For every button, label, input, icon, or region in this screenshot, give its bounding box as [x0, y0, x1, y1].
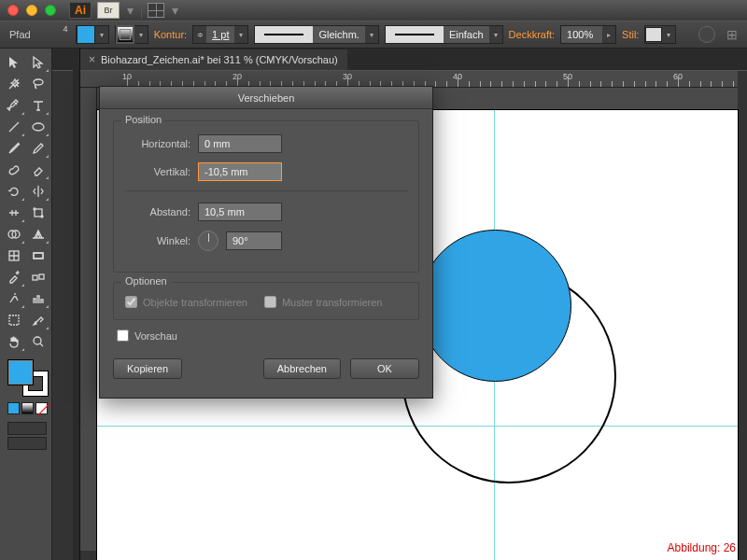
magic-wand-tool[interactable]	[2, 74, 25, 94]
separator	[141, 2, 142, 19]
selection-tool[interactable]	[2, 52, 25, 73]
figure-caption: Abbildung: 26	[668, 541, 736, 554]
artboard-tool[interactable]	[2, 310, 25, 330]
stroke-label: Kontur:	[154, 29, 187, 40]
blob-brush-tool[interactable]	[2, 160, 25, 180]
free-transform-tool[interactable]	[26, 203, 49, 223]
lasso-tool[interactable]	[26, 74, 49, 94]
draw-mode-button[interactable]	[7, 437, 47, 450]
ok-button[interactable]: OK	[350, 358, 419, 379]
shape-builder-tool[interactable]	[2, 224, 25, 245]
cancel-button[interactable]: Abbrechen	[263, 358, 341, 379]
mesh-tool[interactable]	[2, 245, 25, 266]
vertical-input[interactable]	[198, 162, 282, 181]
gradient-tool[interactable]	[26, 245, 49, 266]
reflect-tool[interactable]	[26, 181, 49, 202]
fill-swatch[interactable]	[7, 359, 34, 385]
screen-mode-button[interactable]	[7, 422, 47, 435]
width-tool[interactable]	[2, 203, 25, 223]
bridge-dropdown-icon[interactable]: ▾	[125, 3, 135, 18]
control-bar: Pfad ▾ ▾ Kontur: ≑1 pt▾ Gleichm.▾ Einfac…	[0, 21, 747, 49]
bridge-button[interactable]: Br	[97, 2, 120, 19]
ellipse-tool[interactable]	[26, 117, 49, 137]
svg-rect-8	[34, 253, 43, 259]
tools-panel	[0, 49, 52, 560]
app-icon-ai: Ai	[69, 2, 92, 19]
hand-tool[interactable]	[2, 331, 25, 352]
position-fieldset: Position Horizontal: Vertikal: Abstand: …	[113, 120, 419, 273]
svg-point-4	[41, 216, 43, 217]
circle-fill-shape[interactable]	[419, 230, 571, 382]
eyedropper-tool[interactable]	[2, 267, 25, 287]
fill-color-swatch[interactable]: ▾	[76, 25, 109, 44]
angle-input[interactable]	[226, 231, 282, 250]
zoom-tool[interactable]	[26, 331, 49, 352]
left-dock-edge	[73, 49, 80, 560]
opacity-input[interactable]: 100%▸	[560, 25, 616, 44]
line-tool[interactable]	[2, 117, 25, 137]
transform-objects-checkbox[interactable]: Objekte transformieren	[125, 296, 247, 308]
distance-input[interactable]	[198, 203, 282, 221]
blend-tool[interactable]	[26, 267, 49, 287]
color-mode-solid[interactable]	[7, 402, 20, 414]
color-mode-gradient[interactable]	[21, 402, 34, 414]
window-titlebar: Ai Br ▾ ▾	[0, 0, 747, 21]
rotate-tool[interactable]	[2, 181, 25, 202]
selection-type-label: Pfad	[9, 29, 31, 40]
pen-tool[interactable]	[2, 95, 25, 116]
document-title: Biohazard_Zeichen.ai* bei 311 % (CMYK/Vo…	[101, 54, 338, 65]
options-legend: Optionen	[121, 275, 171, 287]
options-fieldset: Optionen Objekte transformieren Muster t…	[113, 282, 419, 320]
distance-label: Abstand:	[125, 206, 190, 217]
svg-point-3	[34, 208, 35, 210]
panel-menu-icon[interactable]: ⊞	[726, 27, 738, 42]
angle-dial-icon[interactable]	[198, 231, 218, 251]
color-mode-none[interactable]	[35, 402, 48, 414]
svg-point-1	[33, 123, 44, 131]
column-graph-tool[interactable]	[26, 288, 49, 309]
svg-point-12	[34, 337, 41, 344]
traffic-lights	[7, 5, 56, 16]
transform-patterns-checkbox[interactable]: Muster transformieren	[264, 296, 383, 308]
close-tab-icon[interactable]: ×	[89, 53, 95, 66]
horizontal-input[interactable]	[198, 134, 282, 153]
eraser-tool[interactable]	[26, 160, 49, 180]
type-tool[interactable]	[26, 95, 49, 116]
document-tab[interactable]: × Biohazard_Zeichen.ai* bei 311 % (CMYK/…	[79, 49, 347, 70]
brush-dropdown[interactable]: Einfach▾	[385, 25, 503, 44]
opacity-label: Deckkraft:	[509, 29, 556, 40]
minimize-window-button[interactable]	[26, 5, 37, 16]
pencil-tool[interactable]	[26, 138, 49, 159]
dialog-titlebar[interactable]: Verschieben	[100, 87, 432, 109]
angle-label: Winkel:	[125, 235, 190, 246]
arrange-documents-button[interactable]	[148, 3, 164, 18]
preview-checkbox[interactable]: Vorschau	[117, 329, 419, 342]
stroke-weight-input[interactable]: ≑1 pt▾	[192, 25, 248, 44]
style-dropdown[interactable]: ▾	[644, 25, 676, 44]
fill-stroke-indicator[interactable]	[7, 359, 49, 397]
vertical-label: Vertikal:	[125, 166, 190, 177]
svg-rect-11	[9, 315, 19, 325]
horizontal-label: Horizontal:	[125, 138, 190, 149]
style-label: Stil:	[622, 29, 639, 40]
position-legend: Position	[121, 114, 165, 125]
stroke-profile-dropdown[interactable]: Gleichm.▾	[254, 25, 378, 44]
stroke-color-swatch[interactable]: ▾	[115, 25, 148, 44]
move-dialog: Verschieben Position Horizontal: Vertika…	[99, 86, 433, 399]
svg-rect-9	[33, 275, 37, 280]
close-window-button[interactable]	[7, 5, 19, 16]
arrange-dropdown-icon[interactable]: ▾	[170, 3, 180, 18]
document-tab-bar: × Biohazard_Zeichen.ai* bei 311 % (CMYK/…	[0, 49, 747, 71]
color-mode-buttons	[7, 402, 49, 414]
slice-tool[interactable]	[26, 310, 49, 330]
copy-button[interactable]: Kopieren	[113, 358, 182, 379]
sync-settings-icon[interactable]	[698, 26, 715, 43]
zoom-window-button[interactable]	[45, 5, 56, 16]
paintbrush-tool[interactable]	[2, 138, 25, 159]
direct-selection-tool[interactable]	[26, 52, 49, 73]
svg-rect-2	[35, 209, 42, 217]
vertical-ruler[interactable]	[80, 88, 97, 551]
perspective-grid-tool[interactable]	[26, 224, 49, 245]
tools-column-label: 4	[56, 24, 75, 34]
symbol-sprayer-tool[interactable]	[2, 288, 25, 309]
